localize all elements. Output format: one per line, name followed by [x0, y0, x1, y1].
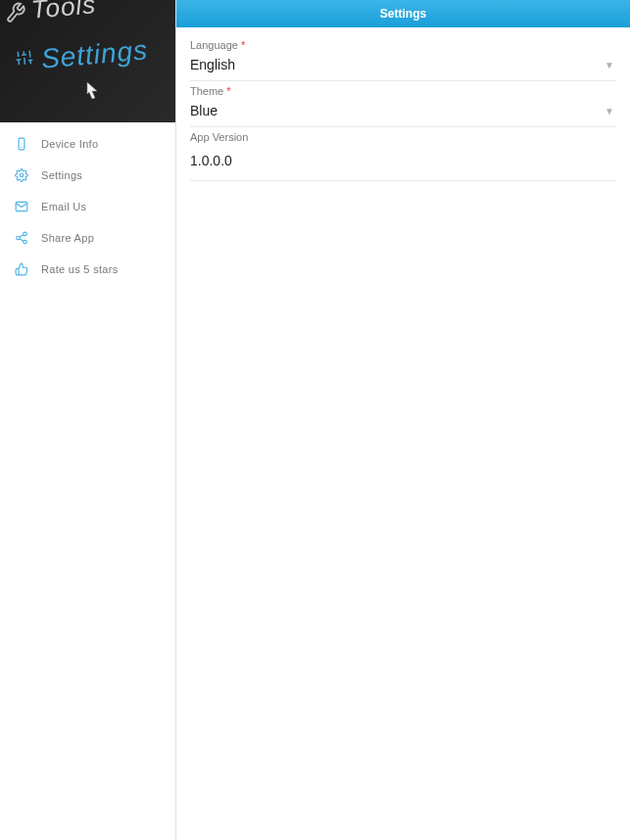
share-icon: [14, 230, 29, 246]
required-indicator: *: [226, 85, 230, 97]
device-icon: [14, 136, 29, 152]
svg-line-16: [20, 239, 24, 241]
theme-dropdown[interactable]: Blue ▼: [190, 99, 616, 127]
hand-cursor-icon: [80, 78, 104, 110]
appversion-field: App Version 1.0.0.0: [190, 127, 616, 181]
sidebar-item-rate-us[interactable]: Rate us 5 stars: [0, 254, 175, 285]
header-settings-text: Settings: [40, 34, 150, 74]
sidebar-item-label: Share App: [41, 232, 94, 244]
svg-point-13: [24, 232, 27, 236]
sidebar-item-device-info[interactable]: Device Info: [0, 128, 175, 160]
main-panel: Settings Language * English ▼ Theme * Bl…: [176, 0, 630, 840]
wrench-icon: [4, 1, 27, 28]
language-dropdown[interactable]: English ▼: [190, 53, 616, 81]
appversion-label: App Version: [190, 127, 616, 145]
sidebar-item-label: Email Us: [41, 201, 86, 212]
language-value: English: [190, 57, 235, 72]
svg-line-2: [24, 58, 25, 65]
sidebar-item-label: Device Info: [41, 138, 98, 150]
svg-line-5: [29, 51, 30, 58]
required-indicator: *: [241, 39, 245, 51]
sidebar-item-share-app[interactable]: Share App: [0, 222, 175, 254]
sidebar-nav: Device Info Settings Email Us: [0, 122, 175, 285]
sidebar-item-email-us[interactable]: Email Us: [0, 191, 175, 222]
svg-point-15: [24, 240, 27, 244]
rate-icon: [14, 261, 29, 277]
theme-label: Theme *: [190, 81, 616, 99]
sidebar-header-image: Tools Settings: [0, 0, 175, 122]
svg-line-17: [20, 235, 24, 237]
email-icon: [14, 199, 29, 214]
header-tools-text: Tools: [30, 0, 98, 25]
svg-point-11: [20, 173, 24, 177]
chevron-down-icon: ▼: [605, 60, 616, 70]
theme-value: Blue: [190, 103, 218, 118]
main-content: Language * English ▼ Theme * Blue ▼ App …: [176, 27, 630, 840]
svg-point-14: [17, 236, 21, 240]
main-header: Settings: [176, 0, 630, 27]
page-title: Settings: [380, 7, 426, 21]
chevron-down-icon: ▼: [605, 106, 616, 117]
sidebar-item-label: Rate us 5 stars: [41, 263, 118, 275]
sliders-icon: [15, 48, 34, 70]
appversion-value: 1.0.0.0: [190, 145, 616, 181]
sidebar-item-label: Settings: [41, 169, 82, 181]
sidebar: Tools Settings: [0, 0, 176, 840]
settings-icon: [14, 167, 29, 183]
language-field: Language * English ▼: [190, 35, 616, 81]
theme-field: Theme * Blue ▼: [190, 81, 616, 127]
language-label: Language *: [190, 35, 616, 53]
sidebar-item-settings[interactable]: Settings: [0, 160, 175, 191]
